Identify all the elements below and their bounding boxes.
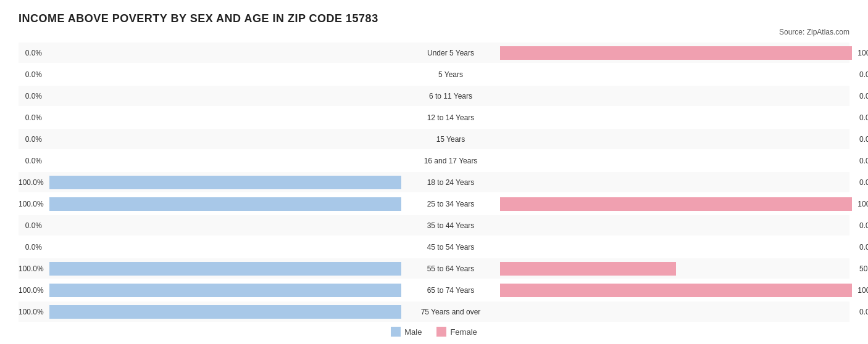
right-section: 0.0% [500,176,868,189]
legend: Male Female [19,327,849,337]
female-value: 0.0% [859,243,868,252]
chart-row: 0.0% 35 to 44 Years 0.0% [19,215,849,235]
chart-row: 0.0% 16 and 17 Years 0.0% [19,150,849,171]
right-section: 50.0% [500,262,868,276]
left-section: 100.0% [19,262,401,276]
male-bar-wrap [44,154,401,168]
right-section: 0.0% [500,89,868,103]
female-value: 50.0% [859,264,868,273]
left-section: 100.0% [19,197,401,211]
male-value: 0.0% [19,243,42,252]
female-bar [500,284,852,297]
right-section: 0.0% [500,305,868,319]
left-section: 100.0% [19,284,401,297]
left-section: 100.0% [19,305,401,319]
female-value: 0.0% [859,70,868,79]
female-bar [500,197,852,211]
female-value: 0.0% [859,135,868,144]
female-value: 0.0% [859,178,868,187]
left-section: 0.0% [19,154,401,168]
chart-row: 100.0% 55 to 64 Years 50.0% [19,258,849,279]
source-label: Source: ZipAtlas.com [19,28,849,36]
chart-row: 0.0% Under 5 Years 100.0% [19,43,849,63]
female-legend-box [436,327,446,337]
female-bar-wrap [500,89,857,103]
right-section: 0.0% [500,219,868,232]
male-legend-label: Male [404,327,422,337]
female-value: 0.0% [859,221,868,230]
left-section: 0.0% [19,133,401,146]
age-label: 5 Years [401,70,500,79]
female-bar-wrap [500,305,857,319]
female-value: 0.0% [859,92,868,100]
age-label: 12 to 14 Years [401,113,500,122]
male-bar-wrap [44,68,401,81]
male-legend-box [391,327,401,337]
left-section: 0.0% [19,111,401,125]
male-bar [49,176,401,189]
age-label: 18 to 24 Years [401,178,500,187]
age-label: 6 to 11 Years [401,92,500,100]
left-section: 0.0% [19,89,401,103]
female-bar [500,262,676,276]
left-section: 0.0% [19,240,401,254]
age-label: 35 to 44 Years [401,221,500,230]
female-bar-wrap [500,219,857,232]
male-value: 100.0% [19,308,44,316]
female-value: 100.0% [858,49,868,57]
female-bar-wrap [500,133,857,146]
female-bar-wrap [500,176,857,189]
male-bar-wrap [44,240,401,254]
male-value: 0.0% [19,49,42,57]
male-value: 0.0% [19,157,42,165]
right-section: 0.0% [500,111,868,125]
female-bar-wrap [500,262,857,276]
female-value: 100.0% [858,286,868,295]
chart-row: 100.0% 18 to 24 Years 0.0% [19,172,849,192]
female-bar-wrap [500,154,857,168]
male-value: 100.0% [19,264,44,273]
female-bar-wrap [500,197,855,211]
right-section: 100.0% [500,46,868,60]
chart-title: INCOME ABOVE POVERTY BY SEX AND AGE IN Z… [19,12,849,25]
chart-row: 0.0% 12 to 14 Years 0.0% [19,107,849,128]
female-value: 0.0% [859,308,868,316]
female-value: 100.0% [858,200,868,208]
right-section: 0.0% [500,68,868,81]
left-section: 0.0% [19,219,401,232]
male-value: 0.0% [19,70,42,79]
age-label: 65 to 74 Years [401,286,500,295]
age-label: 25 to 34 Years [401,200,500,208]
male-bar-wrap [44,89,401,103]
male-bar [49,284,401,297]
chart-row: 100.0% 65 to 74 Years 100.0% [19,280,849,300]
chart-container: 0.0% Under 5 Years 100.0% 0.0% 5 Years [19,43,849,322]
chart-row: 0.0% 15 Years 0.0% [19,129,849,149]
right-section: 100.0% [500,284,868,297]
left-section: 100.0% [19,176,401,189]
male-value: 0.0% [19,92,42,100]
male-bar-wrap [46,176,401,189]
left-section: 0.0% [19,68,401,81]
female-bar-wrap [500,68,857,81]
female-bar-wrap [500,240,857,254]
female-bar-wrap [500,284,855,297]
age-label: 75 Years and over [401,308,500,316]
left-section: 0.0% [19,46,401,60]
male-value: 100.0% [19,286,44,295]
female-bar-wrap [500,111,857,125]
right-section: 0.0% [500,133,868,146]
right-section: 0.0% [500,154,868,168]
male-bar [49,305,401,319]
chart-row: 0.0% 45 to 54 Years 0.0% [19,237,849,257]
female-bar-wrap [500,46,855,60]
male-bar-wrap [44,111,401,125]
female-value: 0.0% [859,157,868,165]
male-value: 100.0% [19,200,44,208]
male-value: 0.0% [19,113,42,122]
age-label: 15 Years [401,135,500,144]
male-value: 0.0% [19,135,42,144]
male-bar-wrap [44,133,401,146]
male-bar-wrap [46,284,401,297]
female-bar [500,46,852,60]
